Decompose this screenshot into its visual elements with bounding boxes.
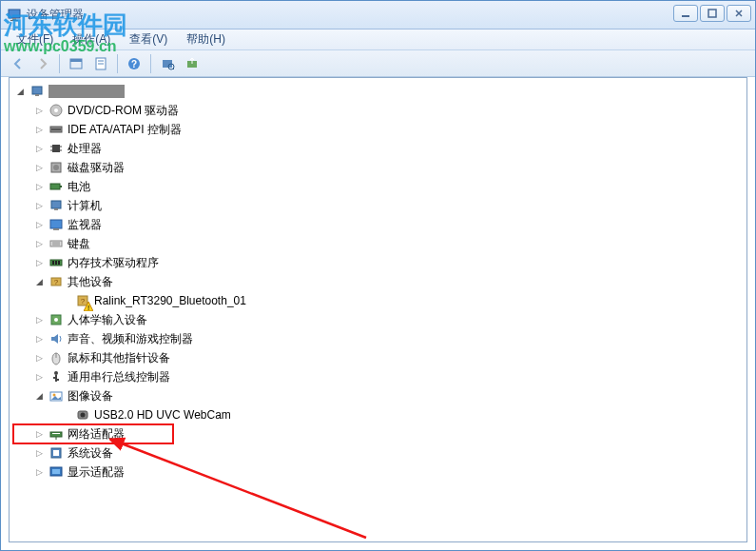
menu-view[interactable]: 查看(V) <box>120 30 177 49</box>
monitor-icon <box>48 217 64 232</box>
properties-button[interactable] <box>89 53 112 74</box>
menu-help[interactable]: 帮助(H) <box>177 30 235 49</box>
expand-icon[interactable]: ▷ <box>34 334 45 344</box>
update-driver-button[interactable] <box>181 53 204 74</box>
tree-item-label: 内存技术驱动程序 <box>68 255 159 271</box>
svg-rect-3 <box>682 15 689 17</box>
tree-item[interactable]: ▷网络适配器 <box>13 424 743 443</box>
tree-item-label: 网络适配器 <box>68 426 125 443</box>
tree-item[interactable]: ◢图像设备 <box>13 386 743 405</box>
tree-child-item[interactable]: ?!Ralink_RT3290_Bluetooth_01 <box>13 291 743 310</box>
svg-point-28 <box>53 165 59 170</box>
root-label <box>48 85 125 98</box>
svg-rect-0 <box>9 10 20 18</box>
tree-item-label: IDE ATA/ATAPI 控制器 <box>68 122 182 138</box>
expand-icon[interactable]: ▷ <box>34 125 45 135</box>
tree-item[interactable]: ▷磁盘驱动器 <box>13 158 743 177</box>
expand-icon[interactable]: ▷ <box>34 372 45 383</box>
expand-icon[interactable]: ▷ <box>34 429 45 440</box>
toolbar-separator <box>59 54 60 73</box>
computer-icon <box>29 84 45 99</box>
toolbar: ? <box>1 50 755 77</box>
maximize-button[interactable] <box>700 5 725 22</box>
expand-icon[interactable]: ▷ <box>34 467 45 478</box>
tree-item-label: 图像设备 <box>68 388 113 404</box>
window-titlebar: 设备管理器 <box>1 1 755 30</box>
display-icon <box>48 464 64 480</box>
tree-item[interactable]: ▷内存技术驱动程序 <box>13 253 743 272</box>
tree-item-label: 鼠标和其他指针设备 <box>68 350 170 366</box>
svg-text:!: ! <box>87 304 89 311</box>
svg-rect-61 <box>52 433 60 434</box>
tree-item[interactable]: ▷键盘 <box>13 234 743 253</box>
expand-icon[interactable]: ▷ <box>34 448 45 459</box>
tree-root[interactable]: ◢ <box>13 82 743 101</box>
tree-item[interactable]: ▷声音、视频和游戏控制器 <box>13 329 743 348</box>
svg-rect-35 <box>50 241 62 246</box>
toolbar-separator <box>117 54 118 73</box>
tree-item[interactable]: ▷通用串行总线控制器 <box>13 367 743 386</box>
minimize-button[interactable] <box>673 5 698 22</box>
unknown-warn-icon: ?! <box>75 293 90 308</box>
show-hidden-button[interactable] <box>65 53 87 74</box>
tree-item[interactable]: ▷计算机 <box>13 196 743 215</box>
tree-item[interactable]: ▷监视器 <box>13 215 743 234</box>
sound-icon <box>48 331 64 346</box>
close-button[interactable] <box>727 5 751 22</box>
memory-icon <box>48 255 64 270</box>
expand-icon[interactable]: ▷ <box>34 182 45 192</box>
toolbar-separator <box>150 54 151 73</box>
tree-item-label: Ralink_RT3290_Bluetooth_01 <box>94 294 246 307</box>
expand-icon[interactable]: ▷ <box>34 353 45 364</box>
tree-item[interactable]: ▷IDE ATA/ATAPI 控制器 <box>13 120 743 139</box>
svg-rect-60 <box>50 432 62 437</box>
expand-icon[interactable]: ▷ <box>34 163 45 173</box>
tree-item-label: 其他设备 <box>68 274 113 290</box>
tree-item[interactable]: ▷显示适配器 <box>13 462 743 482</box>
forward-button[interactable] <box>31 53 54 74</box>
svg-point-49 <box>54 318 58 322</box>
tree-item[interactable]: ▷人体学输入设备 <box>13 310 743 329</box>
svg-rect-16 <box>32 87 42 94</box>
hid-icon <box>48 312 64 327</box>
expand-icon[interactable]: ▷ <box>34 239 45 249</box>
tree-item[interactable]: ▷处理器 <box>13 139 743 158</box>
svg-rect-33 <box>50 220 62 228</box>
svg-rect-40 <box>55 261 57 265</box>
scan-button[interactable] <box>156 53 179 74</box>
expand-icon[interactable]: ▷ <box>34 106 45 116</box>
svg-rect-21 <box>51 128 61 130</box>
tree-item[interactable]: ▷DVD/CD-ROM 驱动器 <box>13 101 743 120</box>
menu-action[interactable]: 操作(A) <box>63 30 120 49</box>
tree-item-label: 声音、视频和游戏控制器 <box>68 331 193 347</box>
usb-icon <box>48 369 64 384</box>
tree-item[interactable]: ▷电池 <box>13 177 743 196</box>
image-icon <box>48 388 64 403</box>
svg-rect-22 <box>52 145 60 152</box>
expand-icon[interactable]: ◢ <box>34 391 45 402</box>
tree-item[interactable]: ▷系统设备 <box>13 443 743 462</box>
back-button[interactable] <box>7 53 29 74</box>
expand-icon[interactable]: ▷ <box>34 201 45 211</box>
tree-item-label: 人体学输入设备 <box>68 312 147 328</box>
expand-icon[interactable]: ▷ <box>34 144 45 154</box>
svg-rect-4 <box>708 10 716 17</box>
svg-rect-39 <box>52 261 54 265</box>
expand-icon[interactable]: ▷ <box>34 258 45 268</box>
tree-item-label: 通用串行总线控制器 <box>68 369 170 385</box>
svg-point-57 <box>53 394 56 397</box>
tree-item[interactable]: ▷鼠标和其他指针设备 <box>13 348 743 367</box>
tree-item[interactable]: ◢?其他设备 <box>13 272 743 291</box>
computer-icon <box>48 198 64 213</box>
dvd-icon <box>48 103 64 118</box>
collapse-icon[interactable]: ◢ <box>15 87 26 97</box>
expand-icon[interactable]: ▷ <box>34 315 45 325</box>
tree-item-label: 键盘 <box>68 236 90 252</box>
help-button[interactable]: ? <box>123 53 145 74</box>
menu-file[interactable]: 文件(F) <box>7 30 63 49</box>
svg-text:?: ? <box>131 59 137 69</box>
tree-child-item[interactable]: USB2.0 HD UVC WebCam <box>13 405 743 424</box>
expand-icon[interactable]: ▷ <box>34 220 45 230</box>
expand-icon[interactable]: ◢ <box>34 277 45 287</box>
svg-rect-66 <box>52 469 60 474</box>
